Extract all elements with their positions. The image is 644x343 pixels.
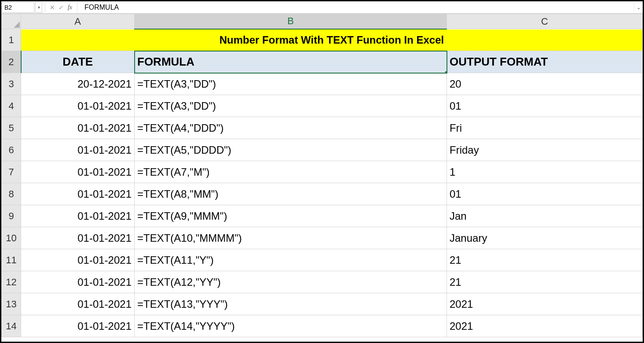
table-row: 8 01-01-2021 =TEXT(A8,"MM") 01 <box>2 183 643 205</box>
cell-A[interactable]: 01-01-2021 <box>21 271 135 293</box>
cell-B[interactable]: =TEXT(A8,"MM") <box>135 183 447 205</box>
row-header[interactable]: 2 <box>2 51 21 73</box>
cell-A[interactable]: 01-01-2021 <box>21 227 135 249</box>
table-row: 4 01-01-2021 =TEXT(A3,"DD") 01 <box>2 95 643 117</box>
cell-B[interactable]: =TEXT(A10,"MMMM") <box>135 227 447 249</box>
cell-A[interactable]: 01-01-2021 <box>21 139 135 161</box>
cell-C2[interactable]: OUTPUT FORMAT <box>447 51 643 73</box>
table-row: 13 01-01-2021 =TEXT(A13,"YYY") 2021 <box>2 293 643 315</box>
row-header[interactable]: 3 <box>2 73 21 95</box>
name-box-dropdown[interactable]: ▾ <box>35 2 42 13</box>
row-header[interactable]: 1 <box>2 29 21 51</box>
spreadsheet-grid: A B C 1 Number Format With TEXT Function… <box>1 14 643 337</box>
cell-B[interactable]: =TEXT(A13,"YYY") <box>135 293 447 315</box>
cell-A2[interactable]: DATE <box>21 51 135 73</box>
row-header[interactable]: 13 <box>2 293 21 315</box>
table-row: 9 01-01-2021 =TEXT(A9,"MMM") Jan <box>2 205 643 227</box>
cell-B[interactable]: =TEXT(A11,"Y") <box>135 249 447 271</box>
cell-C[interactable]: Jan <box>447 205 643 227</box>
row-header[interactable]: 6 <box>2 139 21 161</box>
formula-bar-content[interactable]: FORMULA <box>80 4 634 11</box>
table-row: 12 01-01-2021 =TEXT(A12,"YY") 21 <box>2 271 643 293</box>
table-row: 6 01-01-2021 =TEXT(A5,"DDDD") Friday <box>2 139 643 161</box>
cell-A[interactable]: 01-01-2021 <box>21 161 135 183</box>
row-header[interactable]: 9 <box>2 205 21 227</box>
cell-B2[interactable]: FORMULA <box>135 51 447 73</box>
table-row: 5 01-01-2021 =TEXT(A4,"DDD") Fri <box>2 117 643 139</box>
table-row: 10 01-01-2021 =TEXT(A10,"MMMM") January <box>2 227 643 249</box>
row-header[interactable]: 12 <box>2 271 21 293</box>
cell-A[interactable]: 01-01-2021 <box>21 183 135 205</box>
cell-B[interactable]: =TEXT(A7,"M") <box>135 161 447 183</box>
cell-C[interactable]: 2021 <box>447 293 643 315</box>
name-box[interactable]: B2 <box>1 2 34 13</box>
cell-B[interactable]: =TEXT(A14,"YYYY") <box>135 315 447 337</box>
cell-C[interactable]: Friday <box>447 139 643 161</box>
cell-C[interactable]: 1 <box>447 161 643 183</box>
table-row: 7 01-01-2021 =TEXT(A7,"M") 1 <box>2 161 643 183</box>
row-header[interactable]: 4 <box>2 95 21 117</box>
row-1: 1 Number Format With TEXT Function In Ex… <box>2 29 643 51</box>
cell-A[interactable]: 01-01-2021 <box>21 205 135 227</box>
table-row: 3 20-12-2021 =TEXT(A3,"DD") 20 <box>2 73 643 95</box>
title-cell[interactable]: Number Format With TEXT Function In Exce… <box>21 29 643 51</box>
cell-A[interactable]: 01-01-2021 <box>21 95 135 117</box>
cell-B[interactable]: =TEXT(A4,"DDD") <box>135 117 447 139</box>
name-box-value: B2 <box>4 4 12 11</box>
cell-A[interactable]: 01-01-2021 <box>21 315 135 337</box>
cancel-icon: ✕ <box>48 3 57 12</box>
cell-C[interactable]: 20 <box>447 73 643 95</box>
separator <box>45 3 45 12</box>
cell-C[interactable]: 01 <box>447 95 643 117</box>
row-header[interactable]: 7 <box>2 161 21 183</box>
enter-icon: ✓ <box>57 3 66 12</box>
row-header[interactable]: 8 <box>2 183 21 205</box>
cell-A[interactable]: 20-12-2021 <box>21 73 135 95</box>
row-header[interactable]: 14 <box>2 315 21 337</box>
row-header[interactable]: 5 <box>2 117 21 139</box>
expand-formula-bar-icon[interactable]: ⌄ <box>634 3 643 12</box>
cell-C[interactable]: Fri <box>447 117 643 139</box>
row-header[interactable]: 11 <box>2 249 21 271</box>
fx-icon[interactable]: fx <box>66 3 74 12</box>
cell-C[interactable]: January <box>447 227 643 249</box>
row-header[interactable]: 10 <box>2 227 21 249</box>
cell-A[interactable]: 01-01-2021 <box>21 117 135 139</box>
cell-B[interactable]: =TEXT(A9,"MMM") <box>135 205 447 227</box>
cell-C[interactable]: 21 <box>447 249 643 271</box>
cell-B[interactable]: =TEXT(A12,"YY") <box>135 271 447 293</box>
cell-B[interactable]: =TEXT(A3,"DD") <box>135 95 447 117</box>
row-2: 2 DATE FORMULA OUTPUT FORMAT <box>2 51 643 73</box>
table-row: 11 01-01-2021 =TEXT(A11,"Y") 21 <box>2 249 643 271</box>
select-all-corner[interactable] <box>2 14 21 29</box>
cell-B[interactable]: =TEXT(A3,"DD") <box>135 73 447 95</box>
col-header-C[interactable]: C <box>447 14 643 29</box>
cell-A[interactable]: 01-01-2021 <box>21 293 135 315</box>
separator <box>77 3 77 12</box>
formula-bar: B2 ▾ ✕ ✓ fx FORMULA ⌄ <box>1 1 643 14</box>
col-header-B[interactable]: B <box>135 14 447 29</box>
table-row: 14 01-01-2021 =TEXT(A14,"YYYY") 2021 <box>2 315 643 337</box>
chevron-down-icon: ▾ <box>38 5 40 10</box>
cell-C[interactable]: 2021 <box>447 315 643 337</box>
col-header-A[interactable]: A <box>21 14 135 29</box>
cell-C[interactable]: 01 <box>447 183 643 205</box>
cell-C[interactable]: 21 <box>447 271 643 293</box>
cell-B[interactable]: =TEXT(A5,"DDDD") <box>135 139 447 161</box>
cell-A[interactable]: 01-01-2021 <box>21 249 135 271</box>
